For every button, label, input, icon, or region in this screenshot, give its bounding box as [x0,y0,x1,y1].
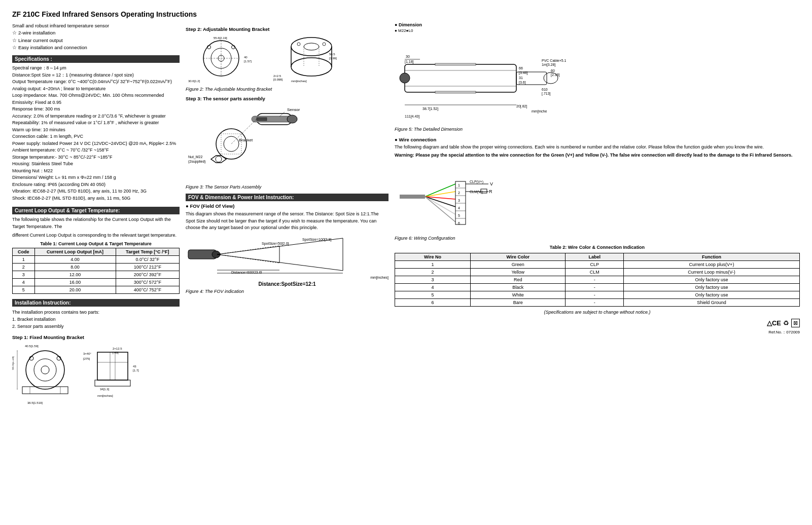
svg-text:6: 6 [458,221,460,225]
step3-label: Step 3: The sensor parts assembly [186,96,389,101]
spec-item: Warm up time: 10 minutes [12,127,180,134]
notice-text: (Specifications are subject to change wi… [395,310,800,315]
dim-dot: ● Dimension [395,22,800,27]
spec-item: Response time: 300 ms [12,106,180,113]
svg-text:Bracket: Bracket [239,138,253,142]
svg-text:CLP(V+): CLP(V+) [470,180,483,184]
spec-item: Ambient temperature: 0°C ~ 70°C /32°F ~1… [12,147,180,154]
wire-col-label: Label [566,253,624,261]
install-step2-item: 2. Sensor parts assembly [12,323,180,330]
svg-text:610: 610 [542,88,548,91]
svg-text:[.713]: [.713] [542,92,551,96]
svg-text:40.5[1.59]: 40.5[1.59] [25,345,39,348]
svg-text:mm[inche: mm[inche [532,109,547,114]
current-loop-header: Current Loop Output & Target Temperature… [12,207,180,214]
svg-text:R: R [489,189,492,194]
svg-text:Nut_M22: Nut_M22 [188,155,203,159]
fov-diagram: SpotSize=50[2.0] SpotSize=100[3.9] Dista… [186,236,348,274]
svg-text:V: V [490,181,493,186]
table-row: 2 8.00 100°C/ 212°F [13,263,180,271]
fov-text: This diagram shows the measurement range… [186,211,389,232]
intro-section: Small and robust infrared temperature se… [12,22,180,51]
svg-text:38.7[1.52]: 38.7[1.52] [422,107,438,111]
svg-text:[2.36]: [2.36] [551,73,560,77]
svg-rect-78 [405,64,516,92]
table-row: 3 12.00 200°C/ 392°F [13,271,180,278]
wire-desc: The following diagram and table show the… [395,144,800,151]
wire-section: ● Wire connection The following diagram … [395,137,800,335]
wire-row: 6 Bare - Shield Ground [395,299,800,307]
fixed-bracket-diagram-right: 3×40° [275] 2×12.5 [.49] 43 [1.7] 34[1.3… [82,342,143,408]
bullet-linear: Linear current output [12,37,180,44]
table-row: 5 20.00 400°C/ 752°F [13,286,180,293]
bullet-2wire: 2-wire installation [12,29,180,36]
spec-item: Storage temperature:- 30°C ~ 85°C/-22°F … [12,154,180,161]
table2-title: Table 2: Wire Color & Connection Indicat… [395,245,800,250]
svg-text:mm[inches]: mm[inches] [291,80,307,83]
spec-item: Analog output: 4~20mA ; linear to temper… [12,86,180,93]
svg-point-43 [297,43,300,46]
svg-text:2×2.5: 2×2.5 [273,74,281,78]
svg-text:PVC Cable×5.1: PVC Cable×5.1 [542,59,567,62]
extra-cert: ⊠ [791,319,800,327]
svg-text:20[.82]: 20[.82] [516,104,527,108]
bullet-easy: Easy installation and connection [12,44,180,51]
svg-text:[1.99]: [1.99] [329,57,337,60]
svg-text:SpotSize=50[2.0]: SpotSize=50[2.0] [262,242,289,246]
svg-point-83 [400,73,410,83]
svg-text:60: 60 [551,69,555,72]
spec-item: Loop impedance: Max. 700 Ohms@24VDC; Min… [12,92,180,99]
svg-text:66: 66 [519,66,523,70]
spec-list: Spectral range：8～14 μm Distance:Spot Siz… [12,65,180,202]
m22-label: ● M22●L0 [395,28,800,33]
current-loop-table: Code Current Loop Output [mA] Target Tem… [12,248,180,294]
wire-col-color: Wire Color [471,253,566,261]
svg-text:3×40°: 3×40° [83,352,92,355]
cert-icons: △CE ♻ ⊠ [395,319,800,327]
svg-text:2×12.5: 2×12.5 [113,347,122,350]
col-current: Current Loop Output [mA] [34,248,116,255]
svg-text:111[4.43]: 111[4.43] [405,115,419,119]
svg-text:1: 1 [458,183,460,187]
svg-text:1m[3.28]: 1m[3.28] [542,63,555,67]
fixed-bracket-diagram-left: 55.5[1.19] 36.5[1.519] 40.5[1.59] [12,342,78,408]
spec-item: Vibration: IEC68-2-27 (MIL STD 810D), an… [12,188,180,195]
spec-item: Mounting Nut：M22 [12,168,180,175]
wire-header: ● Wire connection [395,137,800,142]
wire-table: Wire No Wire Color Label Function 1 Gree… [395,253,800,307]
adjustable-bracket-right: 2×2.5 [0.098] 50.5 [1.99] mm[inches] [271,34,352,85]
spec-item: Output Temperature range: 0°C ~400°C(0.0… [12,79,180,86]
svg-text:SpotSize=100[3.9]: SpotSize=100[3.9] [302,238,331,242]
spec-item: Repeatability: 1% of measured value or 1… [12,120,180,127]
svg-text:[1.57]: [1.57] [244,60,252,63]
svg-text:[0.098]: [0.098] [273,78,283,81]
svg-rect-85 [435,91,476,93]
svg-line-110 [425,197,455,222]
svg-text:[1.18]: [1.18] [405,60,414,64]
svg-line-106 [425,192,455,197]
specifications-header: Specifications : [12,55,180,63]
sensor-assembly-diagram: Sensor Bracket Nut_M22 (2supplied) [186,103,328,179]
svg-rect-84 [435,63,476,65]
svg-rect-16 [95,380,130,386]
spec-item: Enclosure rating: IP65 (according DIN 40… [12,181,180,189]
svg-rect-12 [97,352,128,380]
svg-text:30.6[1.2]: 30.6[1.2] [188,80,200,83]
svg-point-2 [41,366,49,374]
svg-text:55.6[2.19]: 55.6[2.19] [214,36,227,40]
spec-item: Power supply: Isolated Power 24 V DC (12… [12,140,180,147]
svg-marker-57 [211,156,226,163]
dimension-section: ● Dimension ● M22●L0 [395,22,800,132]
svg-point-40 [304,43,319,50]
dimension-diagram: 30 [1.18] 38.7[1.52] 66 [3.46] 31 [3.6] … [395,34,567,123]
fig2-caption: Figure 2: The Adjustable Mounting Bracke… [186,87,389,92]
svg-point-52 [287,115,297,123]
wire-warning: Warning: Please pay the special attentio… [395,152,800,159]
fig4-caption: Figure 4: The FOV indication [186,289,389,294]
adjustable-bracket-left: 30.6[1.2] 55.6[2.19] 40 [1.57] [186,34,267,85]
install-step1-item: 1. Bracket installation [12,316,180,323]
svg-text:30: 30 [406,55,410,58]
svg-point-36 [291,38,332,56]
recycling-icon: ♻ [783,319,789,327]
wire-row: 4 Black - Only factory use [395,284,800,291]
